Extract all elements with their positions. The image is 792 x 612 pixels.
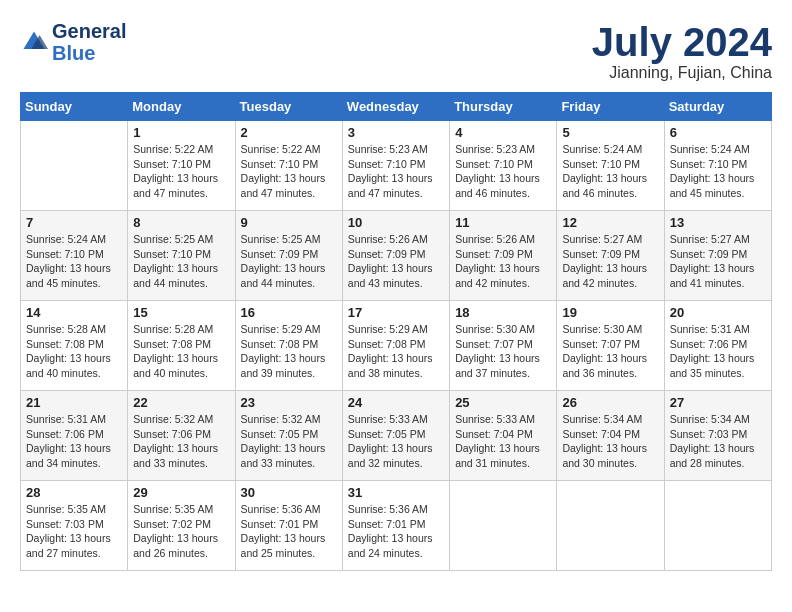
table-row: 29 Sunrise: 5:35 AM Sunset: 7:02 PM Dayl… <box>128 481 235 571</box>
day-number: 24 <box>348 395 444 410</box>
table-row: 10 Sunrise: 5:26 AM Sunset: 7:09 PM Dayl… <box>342 211 449 301</box>
cell-info: Sunrise: 5:32 AM Sunset: 7:05 PM Dayligh… <box>241 412 337 471</box>
table-row: 30 Sunrise: 5:36 AM Sunset: 7:01 PM Dayl… <box>235 481 342 571</box>
col-saturday: Saturday <box>664 93 771 121</box>
table-row: 4 Sunrise: 5:23 AM Sunset: 7:10 PM Dayli… <box>450 121 557 211</box>
cell-info: Sunrise: 5:35 AM Sunset: 7:03 PM Dayligh… <box>26 502 122 561</box>
table-row: 12 Sunrise: 5:27 AM Sunset: 7:09 PM Dayl… <box>557 211 664 301</box>
col-tuesday: Tuesday <box>235 93 342 121</box>
cell-info: Sunrise: 5:22 AM Sunset: 7:10 PM Dayligh… <box>241 142 337 201</box>
table-row: 27 Sunrise: 5:34 AM Sunset: 7:03 PM Dayl… <box>664 391 771 481</box>
day-number: 19 <box>562 305 658 320</box>
table-row: 28 Sunrise: 5:35 AM Sunset: 7:03 PM Dayl… <box>21 481 128 571</box>
calendar-week-row: 7 Sunrise: 5:24 AM Sunset: 7:10 PM Dayli… <box>21 211 772 301</box>
table-row <box>664 481 771 571</box>
table-row: 26 Sunrise: 5:34 AM Sunset: 7:04 PM Dayl… <box>557 391 664 481</box>
cell-info: Sunrise: 5:34 AM Sunset: 7:04 PM Dayligh… <box>562 412 658 471</box>
cell-info: Sunrise: 5:33 AM Sunset: 7:05 PM Dayligh… <box>348 412 444 471</box>
month-title: July 2024 <box>592 20 772 64</box>
day-number: 2 <box>241 125 337 140</box>
day-number: 20 <box>670 305 766 320</box>
cell-info: Sunrise: 5:33 AM Sunset: 7:04 PM Dayligh… <box>455 412 551 471</box>
day-number: 31 <box>348 485 444 500</box>
col-sunday: Sunday <box>21 93 128 121</box>
logo: General Blue <box>20 20 126 64</box>
table-row <box>21 121 128 211</box>
day-number: 7 <box>26 215 122 230</box>
calendar-week-row: 21 Sunrise: 5:31 AM Sunset: 7:06 PM Dayl… <box>21 391 772 481</box>
day-number: 16 <box>241 305 337 320</box>
day-number: 8 <box>133 215 229 230</box>
cell-info: Sunrise: 5:31 AM Sunset: 7:06 PM Dayligh… <box>26 412 122 471</box>
cell-info: Sunrise: 5:30 AM Sunset: 7:07 PM Dayligh… <box>455 322 551 381</box>
cell-info: Sunrise: 5:34 AM Sunset: 7:03 PM Dayligh… <box>670 412 766 471</box>
cell-info: Sunrise: 5:31 AM Sunset: 7:06 PM Dayligh… <box>670 322 766 381</box>
table-row: 22 Sunrise: 5:32 AM Sunset: 7:06 PM Dayl… <box>128 391 235 481</box>
cell-info: Sunrise: 5:25 AM Sunset: 7:10 PM Dayligh… <box>133 232 229 291</box>
cell-info: Sunrise: 5:35 AM Sunset: 7:02 PM Dayligh… <box>133 502 229 561</box>
day-number: 15 <box>133 305 229 320</box>
day-number: 14 <box>26 305 122 320</box>
table-row: 25 Sunrise: 5:33 AM Sunset: 7:04 PM Dayl… <box>450 391 557 481</box>
day-number: 30 <box>241 485 337 500</box>
day-number: 10 <box>348 215 444 230</box>
cell-info: Sunrise: 5:27 AM Sunset: 7:09 PM Dayligh… <box>562 232 658 291</box>
col-wednesday: Wednesday <box>342 93 449 121</box>
table-row <box>557 481 664 571</box>
cell-info: Sunrise: 5:32 AM Sunset: 7:06 PM Dayligh… <box>133 412 229 471</box>
day-number: 1 <box>133 125 229 140</box>
day-number: 11 <box>455 215 551 230</box>
calendar-week-row: 14 Sunrise: 5:28 AM Sunset: 7:08 PM Dayl… <box>21 301 772 391</box>
table-row: 9 Sunrise: 5:25 AM Sunset: 7:09 PM Dayli… <box>235 211 342 301</box>
table-row: 23 Sunrise: 5:32 AM Sunset: 7:05 PM Dayl… <box>235 391 342 481</box>
cell-info: Sunrise: 5:25 AM Sunset: 7:09 PM Dayligh… <box>241 232 337 291</box>
day-number: 25 <box>455 395 551 410</box>
calendar-table: Sunday Monday Tuesday Wednesday Thursday… <box>20 92 772 571</box>
cell-info: Sunrise: 5:24 AM Sunset: 7:10 PM Dayligh… <box>26 232 122 291</box>
table-row: 24 Sunrise: 5:33 AM Sunset: 7:05 PM Dayl… <box>342 391 449 481</box>
cell-info: Sunrise: 5:28 AM Sunset: 7:08 PM Dayligh… <box>133 322 229 381</box>
day-number: 6 <box>670 125 766 140</box>
day-number: 23 <box>241 395 337 410</box>
logo-icon <box>20 28 48 56</box>
cell-info: Sunrise: 5:36 AM Sunset: 7:01 PM Dayligh… <box>348 502 444 561</box>
cell-info: Sunrise: 5:23 AM Sunset: 7:10 PM Dayligh… <box>455 142 551 201</box>
table-row: 11 Sunrise: 5:26 AM Sunset: 7:09 PM Dayl… <box>450 211 557 301</box>
calendar-header-row: Sunday Monday Tuesday Wednesday Thursday… <box>21 93 772 121</box>
cell-info: Sunrise: 5:29 AM Sunset: 7:08 PM Dayligh… <box>241 322 337 381</box>
cell-info: Sunrise: 5:36 AM Sunset: 7:01 PM Dayligh… <box>241 502 337 561</box>
calendar-week-row: 28 Sunrise: 5:35 AM Sunset: 7:03 PM Dayl… <box>21 481 772 571</box>
table-row: 17 Sunrise: 5:29 AM Sunset: 7:08 PM Dayl… <box>342 301 449 391</box>
col-thursday: Thursday <box>450 93 557 121</box>
table-row: 19 Sunrise: 5:30 AM Sunset: 7:07 PM Dayl… <box>557 301 664 391</box>
day-number: 18 <box>455 305 551 320</box>
cell-info: Sunrise: 5:23 AM Sunset: 7:10 PM Dayligh… <box>348 142 444 201</box>
cell-info: Sunrise: 5:28 AM Sunset: 7:08 PM Dayligh… <box>26 322 122 381</box>
table-row: 6 Sunrise: 5:24 AM Sunset: 7:10 PM Dayli… <box>664 121 771 211</box>
cell-info: Sunrise: 5:27 AM Sunset: 7:09 PM Dayligh… <box>670 232 766 291</box>
table-row: 14 Sunrise: 5:28 AM Sunset: 7:08 PM Dayl… <box>21 301 128 391</box>
table-row: 1 Sunrise: 5:22 AM Sunset: 7:10 PM Dayli… <box>128 121 235 211</box>
day-number: 5 <box>562 125 658 140</box>
day-number: 13 <box>670 215 766 230</box>
day-number: 29 <box>133 485 229 500</box>
table-row: 7 Sunrise: 5:24 AM Sunset: 7:10 PM Dayli… <box>21 211 128 301</box>
cell-info: Sunrise: 5:24 AM Sunset: 7:10 PM Dayligh… <box>562 142 658 201</box>
logo-general: General <box>52 20 126 42</box>
table-row <box>450 481 557 571</box>
logo-blue: Blue <box>52 42 95 64</box>
col-friday: Friday <box>557 93 664 121</box>
table-row: 3 Sunrise: 5:23 AM Sunset: 7:10 PM Dayli… <box>342 121 449 211</box>
day-number: 22 <box>133 395 229 410</box>
day-number: 17 <box>348 305 444 320</box>
day-number: 9 <box>241 215 337 230</box>
day-number: 27 <box>670 395 766 410</box>
cell-info: Sunrise: 5:30 AM Sunset: 7:07 PM Dayligh… <box>562 322 658 381</box>
table-row: 31 Sunrise: 5:36 AM Sunset: 7:01 PM Dayl… <box>342 481 449 571</box>
day-number: 12 <box>562 215 658 230</box>
table-row: 16 Sunrise: 5:29 AM Sunset: 7:08 PM Dayl… <box>235 301 342 391</box>
day-number: 3 <box>348 125 444 140</box>
table-row: 15 Sunrise: 5:28 AM Sunset: 7:08 PM Dayl… <box>128 301 235 391</box>
page-header: General Blue July 2024 Jianning, Fujian,… <box>20 20 772 82</box>
title-block: July 2024 Jianning, Fujian, China <box>592 20 772 82</box>
